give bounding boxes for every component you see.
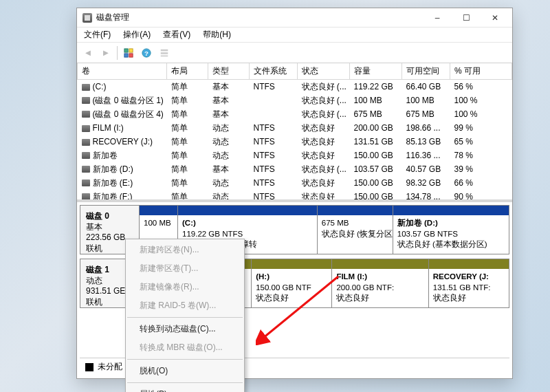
volume-icon [82,152,90,159]
menu-file[interactable]: 文件(F) [81,28,113,42]
svg-rect-6 [161,49,168,51]
maximize-button[interactable]: ☐ [452,8,481,28]
volume-icon [82,111,90,118]
volume-icon [82,139,90,146]
close-button[interactable]: ✕ [481,8,509,28]
table-row[interactable]: 新加卷 (F:)简单动态NTFS状态良好150.00 GB134.78 ...9… [78,190,512,202]
ctx-new-stripe: 新建带区卷(T)... [126,259,244,278]
table-row[interactable]: (磁盘 0 磁盘分区 1)简单基本状态良好 (...100 MB100 MB10… [78,94,512,107]
partition[interactable]: 675 MB状态良好 (恢复分区 [318,206,393,254]
svg-rect-0 [124,48,128,52]
col-status[interactable]: 状态 [298,63,350,80]
volume-icon [82,179,90,186]
ctx-to-dynamic[interactable]: 转换到动态磁盘(C)... [126,320,244,338]
table-row[interactable]: (磁盘 0 磁盘分区 4)简单基本状态良好 (...675 MB675 MB10… [78,107,512,121]
context-menu: 新建跨区卷(N)... 新建带区卷(T)... 新建镜像卷(R)... 新建 R… [125,239,245,392]
volume-icon [82,193,90,200]
ctx-to-mbr: 转换成 MBR 磁盘(O)... [126,338,244,357]
help-button[interactable]: ? [138,45,155,61]
table-row[interactable]: FILM (I:)简单动态NTFS状态良好200.00 GB198.66 ...… [78,121,512,135]
ctx-new-span: 新建跨区卷(N)... [126,241,244,259]
legend-unallocated: 未分配 [98,361,122,373]
minimize-button[interactable]: – [423,8,452,28]
table-row[interactable]: RECOVERY (J:)简单动态NTFS状态良好131.51 GB85.13 … [78,135,512,149]
list-button [156,45,173,61]
col-free[interactable]: 可用空间 [402,63,450,80]
col-fs[interactable]: 文件系统 [250,63,298,80]
table-row[interactable]: 新加卷 (D:)简单基本NTFS状态良好 (...103.57 GB40.57 … [78,162,512,176]
partition[interactable]: RECOVERY (J:131.51 GB NTF:状态良好 [429,259,509,307]
volume-list[interactable]: 卷 布局 类型 文件系统 状态 容量 可用空间 % 可用 (C:)简单基本NTF… [77,63,512,202]
back-button: ◄ [80,45,96,61]
table-row[interactable]: 新加卷 (E:)简单动态NTFS状态良好150.00 GB98.32 GB66 … [78,176,512,190]
svg-rect-7 [161,52,168,54]
ctx-properties[interactable]: 属性(P) [126,385,244,392]
menu-view[interactable]: 查看(V) [160,28,193,42]
toolbar: ◄ ► ? [77,43,512,63]
menubar: 文件(F) 操作(A) 查看(V) 帮助(H) [77,28,512,43]
menu-help[interactable]: 帮助(H) [200,28,234,42]
refresh-icon [124,48,133,58]
help-icon: ? [142,48,151,58]
col-capacity[interactable]: 容量 [350,63,402,80]
titlebar[interactable]: 磁盘管理 – ☐ ✕ [77,8,512,28]
ctx-offline[interactable]: 脱机(O) [126,362,244,380]
ctx-new-mirror: 新建镜像卷(R)... [126,278,244,296]
menu-action[interactable]: 操作(A) [120,28,153,42]
disk-management-window: 磁盘管理 – ☐ ✕ 文件(F) 操作(A) 查看(V) 帮助(H) ◄ ► ? [76,8,513,379]
ctx-new-raid5: 新建 RAID-5 卷(W)... [126,296,244,315]
disk-0-name: 磁盘 0 [86,211,133,222]
col-layout[interactable]: 布局 [167,63,208,80]
app-icon [82,13,92,23]
svg-rect-1 [129,48,133,52]
col-type[interactable]: 类型 [208,63,250,80]
volume-icon [82,84,90,91]
svg-rect-2 [124,53,128,56]
volume-icon [82,166,90,173]
refresh-button[interactable] [120,45,137,61]
partition[interactable]: 新加卷 (D:)103.57 GB NTFS状态良好 (基本数据分区) [393,206,509,254]
svg-text:?: ? [144,49,148,56]
disk-0-type: 基本 [86,222,133,233]
svg-rect-8 [161,55,168,56]
svg-rect-3 [129,53,133,56]
list-icon [160,48,169,58]
volume-icon [82,125,90,132]
unallocated-swatch [85,363,94,371]
forward-button: ► [98,45,114,61]
window-title: 磁盘管理 [96,12,423,23]
partition[interactable]: (H:)150.00 GB NTF状态良好 [252,259,332,307]
volume-icon [82,97,90,104]
table-row[interactable]: (C:)简单基本NTFS状态良好 (...119.22 GB66.40 GB56… [78,80,512,94]
table-row[interactable]: 新加卷简单动态NTFS状态良好150.00 GB116.36 ...78 % [78,149,512,162]
partition[interactable]: FILM (I:)200.00 GB NTF:状态良好 [332,259,428,307]
col-percent[interactable]: % 可用 [450,63,512,80]
col-volume[interactable]: 卷 [78,63,167,80]
